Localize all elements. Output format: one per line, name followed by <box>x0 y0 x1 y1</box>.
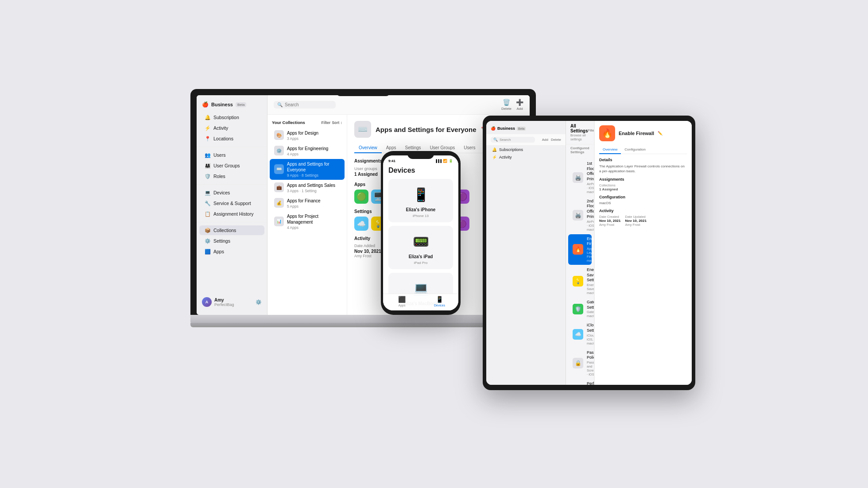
ipad-beta: Beta <box>517 127 526 131</box>
collection-item-project-mgmt[interactable]: 📊 Apps for Project Management 4 Apps <box>270 211 345 232</box>
project-icon: 📊 <box>274 217 284 226</box>
sidebar-item-activity[interactable]: ⚡ Activity <box>199 123 264 133</box>
delete-label: Delete <box>501 107 512 111</box>
tab-apps[interactable]: ⬛ Apps <box>383 296 421 307</box>
add-button[interactable]: ➕ Add <box>516 99 523 111</box>
sidebar-item-settings[interactable]: ⚙️ Settings <box>199 236 264 246</box>
ipad-config-box: macOS <box>599 201 687 205</box>
sidebar-item-service-support[interactable]: 🔧 Service & Support <box>199 198 264 208</box>
ipad-search[interactable]: 🔍 Search <box>491 137 535 143</box>
users-icon: 👥 <box>205 152 211 158</box>
ipad-apple-icon: 🍎 <box>491 126 496 131</box>
apple-icon: 🍎 <box>202 101 209 108</box>
settings-item-0[interactable]: 🖨️ 1st Floor Office Printer AirPrint · i… <box>568 159 592 196</box>
settings-item-6[interactable]: 🔒 Passcode Policy Password and Screenloc… <box>568 348 592 379</box>
collections-icon: 📦 <box>205 227 211 233</box>
iphone-body: 9:41 ▐▐▐ 📶 🔋 Devices 📱 Eliza's iPhone iP… <box>381 151 461 315</box>
signal-icon: ▐▐▐ <box>435 159 442 163</box>
settings-item-4[interactable]: 🛡️ Gatekeeper Settings Gatekeeper · macO… <box>568 298 592 320</box>
iphone-content: Devices 📱 Eliza's iPhone iPhone 13 📟 Eli… <box>383 164 458 310</box>
settings-item-2[interactable]: 🔥 Enable Firewall Application Layer Fire… <box>568 234 592 265</box>
history-label: Assignment History <box>213 211 253 217</box>
gatekeeper-meta: Gatekeeper · macOS <box>587 310 594 318</box>
sales-meta: 3 Apps · 1 Setting <box>287 189 340 193</box>
locations-icon: 📍 <box>205 136 211 142</box>
add-icon: ➕ <box>516 99 523 106</box>
engineering-icon: ⚙️ <box>274 146 284 155</box>
settings-item-3[interactable]: 💡 Energy Saver Settings Energy Saver · m… <box>568 265 592 297</box>
app-icon-0[interactable]: 🟢 <box>354 190 368 204</box>
ipad-activity-icon: ⚡ <box>492 155 497 159</box>
beta-badge: Beta <box>236 102 246 107</box>
delete-button[interactable]: 🗑️ Delete <box>501 99 512 111</box>
collection-item-design[interactable]: 🎨 Apps for Design 3 Apps <box>270 128 345 143</box>
tab-users[interactable]: Users <box>459 143 480 153</box>
locations-label: Locations <box>213 136 233 141</box>
collection-item-sales[interactable]: 💼 Apps and Settings Sales 3 Apps · 1 Set… <box>270 180 345 195</box>
collection-item-everyone[interactable]: ⌨️ Apps and Settings for Everyone 9 Apps… <box>270 159 345 180</box>
engineering-name: Apps for Engineering <box>287 146 340 151</box>
sidebar-item-subscription[interactable]: 🔔 Subscription <box>199 112 264 122</box>
printer1-name: 1st Floor Office Printer <box>587 161 594 182</box>
settings-icon: ⚙️ <box>205 238 211 244</box>
apps-tab-icon: ⬛ <box>398 296 406 303</box>
settings-item-7[interactable]: 📶 PerfectBag Secure Wi-Fi Settings Wi-Fi… <box>568 379 592 385</box>
ipad-filter-btn[interactable]: Filter <box>588 128 594 136</box>
energy-name: Energy Saver Settings <box>587 267 594 283</box>
ipad-tab-configuration[interactable]: Configuration <box>621 146 649 154</box>
collection-filter[interactable]: Filter Sort ↕ <box>322 120 342 125</box>
settings-item-5[interactable]: ☁️ iCloud Settings iCloud · iOS, macOS <box>568 321 592 347</box>
ipad-tab-overview[interactable]: Overview <box>599 146 621 154</box>
search-box[interactable]: 🔍 <box>274 101 336 108</box>
wifi-settings-name: PerfectBag Secure Wi-Fi Settings <box>587 381 594 385</box>
detail-icon: ⌨️ <box>354 121 371 138</box>
ipad-add-btn[interactable]: Add <box>542 138 548 142</box>
search-input[interactable] <box>285 102 332 107</box>
collection-item-finance[interactable]: 💰 Apps for Finance 5 Apps <box>270 196 345 211</box>
ipad-settings-toolbar: Filter Sort ↕ <box>588 128 594 136</box>
sidebar-item-locations[interactable]: 📍 Locations <box>199 134 264 143</box>
users-label: Users <box>213 152 225 158</box>
sidebar-item-user-groups[interactable]: 👨‍👩‍👧 User Groups <box>199 161 264 170</box>
printer2-name: 2nd Floor Office Printer <box>587 199 594 220</box>
ipad-date-updated-by: Amy Frost <box>625 223 646 227</box>
activity-label: Activity <box>213 125 228 131</box>
macbook-notch <box>337 89 390 96</box>
iphone-notch <box>407 151 434 159</box>
search-icon: 🔍 <box>277 102 283 107</box>
user-groups-assignment-value: 1 Assigned <box>354 172 378 177</box>
printer1-icon: 🖨️ <box>573 172 583 183</box>
delete-icon: 🗑️ <box>503 99 510 106</box>
ipad-toolbar: 🔍 Search Add Delete <box>486 134 566 146</box>
ipad-nav-subscriptions[interactable]: 🔔 Subscriptions <box>488 146 563 153</box>
collections-label: Collections <box>213 228 236 233</box>
iphone: 9:41 ▐▐▐ 📶 🔋 Devices 📱 Eliza's iPhone iP… <box>381 151 461 315</box>
device-card-ipad[interactable]: 📟 Eliza's iPad iPad Pro <box>388 226 453 269</box>
ipad-brand: 🍎 Business Beta <box>486 124 566 134</box>
collection-item-engineering[interactable]: ⚙️ Apps for Engineering 4 Apps <box>270 143 345 159</box>
ipad: 🍎 Business Beta 🔍 Search Add Delete <box>483 116 695 390</box>
icloud-meta: iCloud · iOS, macOS <box>587 333 594 345</box>
ipad-delete-btn[interactable]: Delete <box>551 138 561 142</box>
sidebar-item-assignment-history[interactable]: 📋 Assignment History <box>199 209 264 219</box>
setting-icon-0[interactable]: ☁️ <box>354 217 368 231</box>
ipad-config-value: macOS <box>599 201 687 205</box>
sidebar-item-apps[interactable]: 🟦 Apps <box>199 247 264 256</box>
sales-icon: 💼 <box>274 182 284 192</box>
ipad-assignments-collections-label: Collections <box>599 183 687 187</box>
ipad-nav-activity[interactable]: ⚡ Activity <box>488 154 563 161</box>
settings-item-1[interactable]: 🖨️ 2nd Floor Office Printer AirPrint · i… <box>568 197 592 234</box>
sidebar-item-roles[interactable]: 🛡️ Roles <box>199 171 264 181</box>
sidebar-item-devices[interactable]: 💻 Devices <box>199 188 264 198</box>
ipad-detail-app-icon: 🔥 <box>599 125 615 141</box>
sidebar-item-collections[interactable]: 📦 Collections <box>199 225 264 235</box>
icloud-name: iCloud Settings <box>587 323 594 333</box>
device-card-iphone[interactable]: 📱 Eliza's iPhone iPhone 13 <box>388 179 453 222</box>
tab-devices[interactable]: 📱 Devices <box>421 296 458 307</box>
sidebar-item-users[interactable]: 👥 Users <box>199 150 264 160</box>
printer2-icon: 🖨️ <box>573 210 583 221</box>
design-name: Apps for Design <box>287 130 340 136</box>
settings-gear-icon[interactable]: ⚙️ <box>256 299 262 305</box>
tab-overview[interactable]: Overview <box>354 143 382 153</box>
ipad-edit-icon[interactable]: ✏️ <box>658 131 663 136</box>
